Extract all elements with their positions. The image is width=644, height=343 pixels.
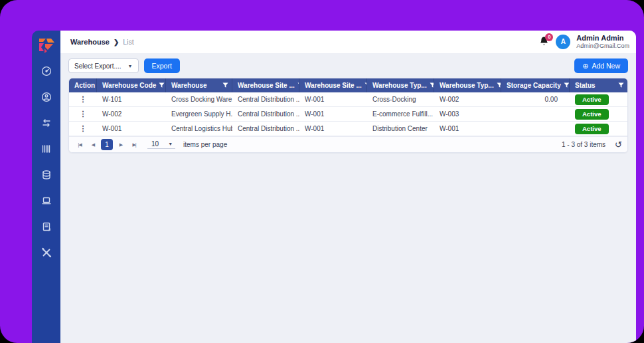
table-row: ⋮W-002Evergreen Supply H...Central Distr… (69, 107, 627, 122)
users-icon (41, 92, 52, 102)
export-format-select[interactable]: Select Export.... ▼ (68, 58, 139, 73)
breadcrumb-separator-icon: ❯ (114, 39, 119, 46)
table-row: ⋮W-101Cross Docking Ware...Central Distr… (69, 92, 627, 107)
column-header-action[interactable]: Action (69, 78, 97, 92)
laptop-icon (41, 195, 52, 206)
sidebar-item-database[interactable] (38, 168, 55, 181)
pagination-bar: |◀ ◀ 1 ▶ ▶| 10 ▼ items per page 1 - 3 of… (69, 136, 627, 152)
cell-warehouse-type-1: Distribution Center (367, 125, 434, 132)
column-label: Storage Capacity (507, 82, 561, 89)
sidebar (32, 31, 60, 343)
page-content: Select Export.... ▼ Export ⊕ Add New Act… (60, 53, 636, 343)
breadcrumb-section[interactable]: Warehouse (70, 38, 110, 46)
sidebar-item-tools[interactable] (38, 246, 55, 259)
notifications-button[interactable]: 0 (539, 36, 550, 48)
user-email: Admin@Gmail.Com (576, 43, 629, 50)
table-header-row: ActionWarehouse CodeWarehouseWarehouse S… (69, 78, 627, 92)
column-label: Action (74, 82, 95, 89)
sidebar-item-transfers[interactable] (38, 116, 55, 130)
first-page-button[interactable]: |◀ (74, 140, 85, 150)
filter-funnel-icon[interactable] (564, 82, 570, 88)
sidebar-item-barcode[interactable] (38, 142, 55, 156)
sidebar-item-dashboard[interactable] (38, 64, 55, 78)
cell-warehouse-code: W-101 (97, 96, 166, 103)
app-window: Warehouse ❯ List 0 A Admin Admin (32, 31, 636, 343)
cell-warehouse: Cross Docking Ware... (166, 96, 232, 103)
column-header-warehouse-code[interactable]: Warehouse Code (97, 78, 166, 92)
breadcrumb: Warehouse ❯ List (70, 38, 134, 46)
status-badge: Active (575, 94, 609, 105)
cell-warehouse-site-2: W-001 (299, 110, 367, 118)
column-label: Warehouse Site ... (238, 82, 295, 89)
chevron-down-icon: ▼ (168, 142, 173, 146)
plus-circle-icon: ⊕ (582, 62, 588, 70)
filter-funnel-icon[interactable] (222, 82, 228, 88)
main-area: Warehouse ❯ List 0 A Admin Admin (60, 31, 636, 343)
add-new-label: Add New (592, 62, 620, 70)
column-label: Warehouse Typ... (440, 82, 494, 89)
sidebar-item-reports[interactable] (38, 220, 55, 233)
table-body: ⋮W-101Cross Docking Ware...Central Distr… (69, 92, 627, 136)
warehouse-table-card: ActionWarehouse CodeWarehouseWarehouse S… (68, 78, 628, 153)
refresh-icon[interactable]: ↻ (615, 140, 622, 150)
sidebar-item-users[interactable] (38, 90, 55, 104)
current-page-button[interactable]: 1 (101, 139, 113, 150)
add-new-button[interactable]: ⊕ Add New (574, 58, 628, 73)
column-label: Warehouse Site ... (305, 82, 362, 89)
filter-funnel-icon[interactable] (430, 82, 434, 88)
user-avatar[interactable]: A (556, 35, 570, 49)
cell-storage-capacity: 0.00 (501, 96, 570, 103)
cell-warehouse-site-1: Central Distribution ... (232, 96, 299, 103)
page-size-select[interactable]: 10 ▼ (147, 140, 175, 149)
cell-warehouse-code: W-002 (97, 110, 166, 118)
row-actions-menu-icon[interactable]: ⋮ (69, 110, 97, 118)
tools-wrench-icon (41, 247, 52, 258)
app-logo-icon[interactable] (37, 37, 56, 55)
export-select-value: Select Export.... (74, 62, 121, 70)
cell-warehouse-code: W-001 (97, 125, 166, 132)
app-frame: Warehouse ❯ List 0 A Admin Admin (0, 0, 644, 343)
breadcrumb-page: List (123, 38, 133, 46)
cell-warehouse: Central Logistics Hub (166, 125, 232, 132)
topbar-right: 0 A Admin Admin Admin@Gmail.Com (539, 34, 629, 50)
row-actions-menu-icon[interactable]: ⋮ (69, 124, 97, 133)
column-label: Warehouse Code (102, 82, 156, 89)
top-header-bar: Warehouse ❯ List 0 A Admin Admin (60, 31, 636, 53)
column-header-warehouse-typ[interactable]: Warehouse Typ... (434, 78, 501, 92)
user-info[interactable]: Admin Admin Admin@Gmail.Com (576, 34, 629, 50)
sidebar-item-devices[interactable] (38, 194, 55, 207)
cell-warehouse-type-2: W-002 (434, 96, 501, 103)
next-page-button[interactable]: ▶ (116, 140, 126, 150)
filter-funnel-icon[interactable] (497, 82, 501, 88)
row-actions-menu-icon[interactable]: ⋮ (69, 95, 97, 104)
cell-warehouse-site-2: W-001 (299, 125, 367, 132)
last-page-button[interactable]: ▶| (129, 140, 139, 150)
transfer-arrows-icon (41, 118, 52, 128)
cell-status: Active (570, 94, 627, 105)
column-header-warehouse-site[interactable]: Warehouse Site ... (232, 78, 299, 92)
cell-warehouse-type-1: E-commerce Fulfill... (367, 110, 434, 118)
cell-status: Active (570, 109, 627, 120)
prev-page-button[interactable]: ◀ (88, 140, 98, 150)
cell-warehouse-type-2: W-001 (434, 125, 501, 132)
cell-warehouse-type-1: Cross-Docking (367, 96, 434, 103)
filter-funnel-icon[interactable] (159, 82, 165, 88)
column-header-status[interactable]: Status (570, 78, 627, 92)
database-icon (41, 170, 52, 180)
cell-status: Active (570, 124, 627, 134)
column-header-warehouse-typ[interactable]: Warehouse Typ... (367, 78, 434, 92)
chevron-down-icon: ▼ (128, 64, 133, 68)
export-button[interactable]: Export (144, 58, 180, 73)
cell-warehouse-type-2: W-003 (434, 110, 501, 118)
column-label: Warehouse Typ... (372, 82, 427, 89)
column-header-warehouse[interactable]: Warehouse (166, 78, 232, 92)
column-header-warehouse-site[interactable]: Warehouse Site ... (299, 78, 367, 92)
cell-warehouse-site-1: Central Distribution ... (232, 125, 299, 132)
notification-count-badge: 0 (545, 33, 553, 41)
status-badge: Active (575, 124, 609, 134)
filter-funnel-icon[interactable] (618, 82, 624, 88)
column-header-storage-capacity[interactable]: Storage Capacity (501, 78, 570, 92)
pagination-range-label: 1 - 3 of 3 items (562, 141, 605, 148)
user-name: Admin Admin (576, 34, 629, 43)
dashboard-icon (41, 66, 52, 76)
